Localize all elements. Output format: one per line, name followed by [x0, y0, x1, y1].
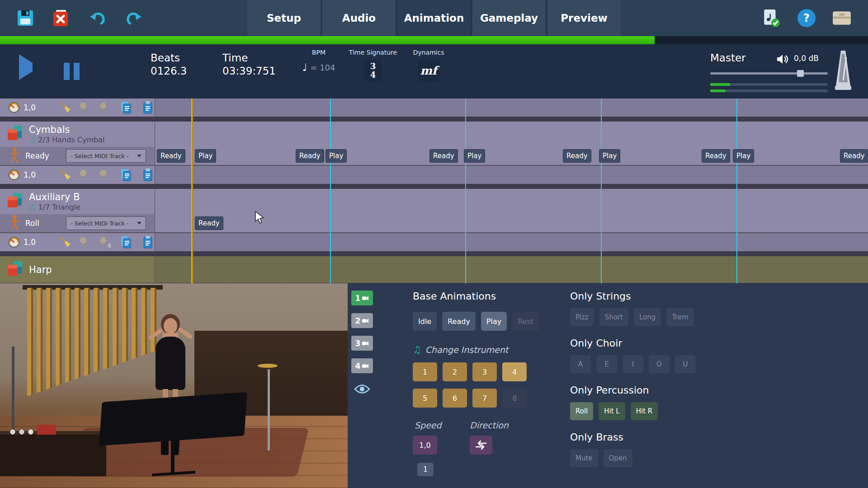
help-icon[interactable]: ? [797, 8, 816, 28]
camera-button-2[interactable]: 2 [351, 313, 373, 328]
track-header-auxiliary-b[interactable]: Auxiliary B ♫1/7 Triangle [0, 189, 868, 214]
paste-icon[interactable] [142, 101, 154, 114]
track-row-state-auxiliary-b: Roll - Select MIDI Track - Ready [0, 214, 868, 232]
export-midi-check-icon[interactable] [761, 8, 781, 28]
filter-roll-button[interactable]: Roll [570, 402, 593, 420]
loop-count-button[interactable]: 1 [417, 463, 434, 476]
bpm-control[interactable]: BPM ♩ = 104 [294, 49, 344, 73]
light-bulb-2-icon[interactable]: 8 [99, 236, 108, 248]
level-meter-1-fill [710, 83, 730, 86]
track-title-cell: Cymbals ♫2/3 Hands Cymbal [0, 122, 155, 147]
paste-icon[interactable] [142, 235, 154, 249]
clip-play[interactable]: Play [599, 149, 620, 163]
track-speed-value[interactable]: 1,0 [24, 103, 37, 112]
speaker-icon[interactable] [776, 53, 789, 67]
filter-hit-r-button[interactable]: Hit R [631, 402, 658, 420]
volume-slider-handle[interactable] [797, 70, 804, 77]
track-speed-value[interactable]: 1,0 [24, 170, 37, 179]
instrument-3-button[interactable]: 3 [472, 362, 497, 381]
anim-idle-button[interactable]: Idle [413, 312, 437, 331]
track-lane[interactable] [155, 189, 868, 214]
clip-play[interactable]: Play [195, 149, 216, 163]
clip-ready[interactable]: Ready [563, 149, 591, 163]
master-volume-slider[interactable] [710, 72, 828, 75]
instrument-7-button[interactable]: 7 [472, 389, 497, 408]
dynamics-control[interactable]: Dynamics mf [406, 49, 451, 81]
speed-gauge-icon[interactable] [8, 102, 20, 113]
light-bulb-icon[interactable] [79, 236, 88, 248]
anim-ready-button[interactable]: Ready [442, 312, 476, 331]
playhead[interactable] [191, 99, 193, 283]
instrument-5-button[interactable]: 5 [413, 389, 437, 408]
delete-file-icon[interactable] [52, 8, 71, 28]
chevron-down-icon [137, 155, 142, 157]
anim-rest-button: Rest [512, 312, 539, 331]
metronome-icon[interactable] [834, 50, 852, 93]
clip-play[interactable]: Play [326, 149, 347, 163]
copy-icon[interactable] [120, 235, 132, 249]
undo-icon[interactable] [88, 8, 108, 28]
clip-play[interactable]: Play [733, 149, 754, 163]
tab-audio[interactable]: Audio [322, 0, 396, 36]
3d-viewport[interactable] [0, 283, 348, 488]
track-lane[interactable] [155, 166, 868, 184]
speed-value-button[interactable]: 1,0 [413, 436, 437, 455]
track-lane[interactable] [155, 233, 868, 251]
filter-hit-l-button[interactable]: Hit L [599, 402, 625, 420]
light-bulb-2-icon[interactable] [99, 102, 108, 113]
instrument-2-button[interactable]: 2 [443, 362, 467, 381]
save-icon[interactable] [15, 8, 35, 28]
clear-clips-icon[interactable] [60, 102, 71, 113]
clip-lane-cymbals[interactable]: ReadyPlayReadyPlayReadyPlayReadyPlayRead… [155, 147, 868, 165]
midi-track-select[interactable]: - Select MIDI Track - [66, 216, 146, 230]
track-header-cymbals[interactable]: Cymbals ♫2/3 Hands Cymbal [0, 122, 868, 147]
track-lane[interactable] [155, 122, 868, 147]
level-meter-1 [710, 83, 828, 86]
filter-section-title: Only Strings [570, 291, 868, 302]
clip-lane-auxiliary-b[interactable]: Ready [155, 214, 868, 232]
instrument-6-button[interactable]: 6 [443, 389, 467, 408]
filter-mute-button: Mute [570, 449, 598, 467]
instrument-4-button[interactable]: 4 [502, 362, 527, 381]
tab-setup[interactable]: Setup [247, 0, 321, 36]
light-bulb-2-icon[interactable] [99, 169, 108, 181]
clear-clips-icon[interactable] [60, 169, 71, 181]
instrument-1-button[interactable]: 1 [413, 362, 437, 381]
redo-icon[interactable] [124, 8, 144, 28]
speed-gauge-icon[interactable] [8, 236, 20, 248]
copy-icon[interactable] [120, 101, 132, 114]
clip-ready[interactable]: Ready [702, 149, 730, 163]
clip-ready[interactable]: Ready [195, 216, 223, 230]
clip-ready[interactable]: Ready [157, 149, 185, 163]
clip-ready[interactable]: Ready [429, 149, 458, 163]
clip-ready[interactable]: Ready [840, 149, 868, 163]
midi-track-select[interactable]: - Select MIDI Track - [66, 149, 146, 163]
light-bulb-icon[interactable] [79, 169, 88, 181]
play-button[interactable] [19, 63, 33, 71]
eye-visibility-icon[interactable] [354, 384, 370, 396]
instrument-8-button: 8 [502, 389, 527, 408]
library-icon[interactable] [832, 8, 852, 28]
tab-animation[interactable]: Animation [397, 0, 471, 36]
tab-gameplay[interactable]: Gameplay [472, 0, 546, 36]
speed-gauge-icon[interactable] [8, 169, 20, 181]
track-speed-value[interactable]: 1,0 [24, 238, 37, 247]
clip-ready[interactable]: Ready [296, 149, 324, 163]
direction-swap-button[interactable] [470, 436, 492, 455]
song-progress-bar[interactable] [0, 36, 868, 44]
camera-button-1[interactable]: 1 [351, 291, 373, 305]
paste-icon[interactable] [142, 168, 154, 182]
camera-button-3[interactable]: 3 [351, 336, 373, 351]
tab-preview[interactable]: Preview [547, 0, 621, 36]
track-header-harp[interactable]: Harp [0, 256, 868, 283]
camera-button-4[interactable]: 4 [351, 358, 373, 373]
track-lane[interactable] [155, 99, 868, 117]
pause-button[interactable] [64, 63, 80, 80]
clip-play[interactable]: Play [464, 149, 485, 163]
clear-clips-icon[interactable] [60, 236, 71, 248]
anim-play-button[interactable]: Play [481, 312, 507, 331]
track-lane[interactable] [155, 256, 868, 283]
time-signature-control[interactable]: Time Signature 3 4 [348, 49, 398, 81]
copy-icon[interactable] [120, 168, 132, 182]
light-bulb-icon[interactable] [79, 102, 88, 113]
